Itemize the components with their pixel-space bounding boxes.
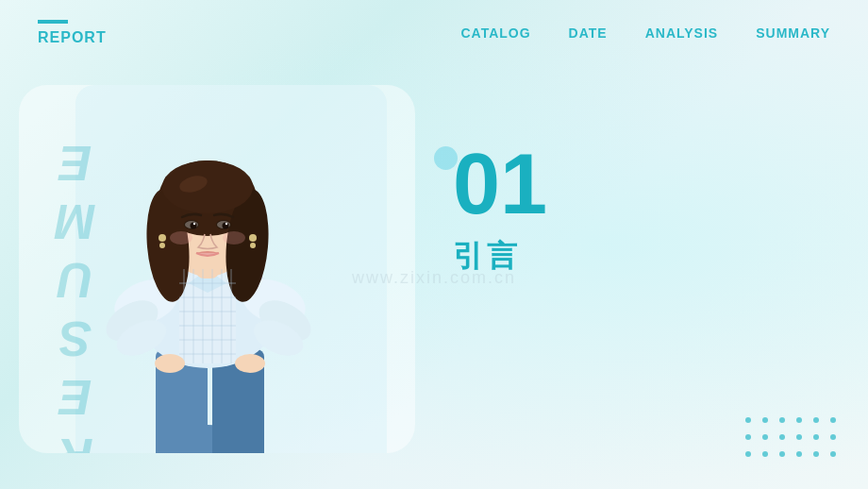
svg-point-33 [250,243,256,248]
dot-12 [830,434,836,440]
left-card: RESUME [19,85,415,453]
dot-13 [745,451,751,457]
dot-3 [779,417,785,423]
svg-point-30 [159,234,166,242]
header: REPORT CATALOG DATE ANALYSIS SUMMARY [0,0,868,66]
right-content: 01 引言 [453,142,830,278]
resume-text: RESUME [47,132,104,453]
dot-2 [762,417,768,423]
dot-5 [813,417,819,423]
dot-grid-decoration [745,417,840,461]
dot-9 [779,434,785,440]
dot-4 [796,417,802,423]
nav-item-catalog[interactable]: CATALOG [460,25,530,42]
dot-17 [813,451,819,457]
svg-point-18 [162,160,253,213]
person-image [75,85,387,453]
dot-15 [779,451,785,457]
dot-7 [745,434,751,440]
svg-point-29 [223,231,245,244]
dot-8 [762,434,768,440]
section-title: 引言 [453,236,830,278]
report-section: REPORT [38,20,107,46]
svg-point-32 [249,234,257,242]
report-bar [38,20,68,24]
report-label: REPORT [38,29,107,46]
svg-point-27 [225,223,227,225]
dot-6 [830,417,836,423]
svg-point-28 [170,231,192,244]
dot-1 [745,417,751,423]
svg-point-47 [235,354,265,373]
dot-14 [762,451,768,457]
nav-item-summary[interactable]: SUMMARY [756,25,830,42]
main-content: RESUME [0,66,868,489]
dot-11 [813,434,819,440]
nav: CATALOG DATE ANALYSIS SUMMARY [460,25,830,42]
svg-point-26 [193,223,195,225]
nav-item-date[interactable]: DATE [569,25,608,42]
dot-18 [830,451,836,457]
svg-point-46 [155,354,185,373]
nav-item-analysis[interactable]: ANALYSIS [645,25,719,42]
dot-10 [796,434,802,440]
section-number: 01 [453,142,830,227]
svg-point-31 [159,243,165,248]
dot-16 [796,451,802,457]
